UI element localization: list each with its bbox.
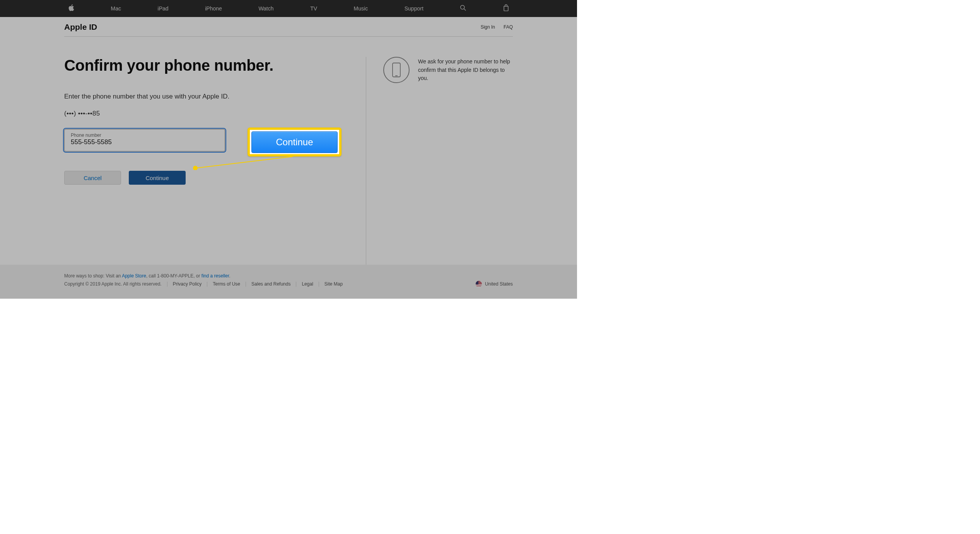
- nav-mac[interactable]: Mac: [111, 5, 121, 12]
- nav-watch[interactable]: Watch: [258, 5, 273, 12]
- footer-shop-line: More ways to shop: Visit an Apple Store,…: [64, 273, 513, 279]
- apple-logo-icon[interactable]: [68, 4, 74, 13]
- svg-point-0: [461, 5, 464, 9]
- svg-line-1: [464, 9, 466, 10]
- continue-button[interactable]: Continue: [129, 171, 186, 185]
- cancel-button[interactable]: Cancel: [64, 171, 121, 185]
- subheader: Apple ID Sign In FAQ: [64, 17, 513, 37]
- copyright-text: Copyright © 2019 Apple Inc. All rights r…: [64, 281, 162, 287]
- apple-store-link[interactable]: Apple Store: [122, 273, 146, 279]
- legal-link[interactable]: Legal: [302, 281, 313, 287]
- masked-phone-number: (•••) •••-••85: [64, 110, 350, 117]
- search-icon[interactable]: [460, 5, 466, 13]
- site-map-link[interactable]: Site Map: [324, 281, 343, 287]
- svg-rect-2: [393, 63, 400, 77]
- aside-info-text: We ask for your phone number to help con…: [418, 57, 511, 83]
- page-heading: Confirm your phone number.: [64, 57, 350, 74]
- global-nav: Mac iPad iPhone Watch TV Music Support: [0, 0, 577, 17]
- nav-iphone[interactable]: iPhone: [205, 5, 222, 12]
- privacy-policy-link[interactable]: Privacy Policy: [173, 281, 202, 287]
- callout-highlight: Continue: [248, 128, 341, 156]
- terms-of-use-link[interactable]: Terms of Use: [213, 281, 240, 287]
- nav-support[interactable]: Support: [405, 5, 423, 12]
- sales-refunds-link[interactable]: Sales and Refunds: [251, 281, 290, 287]
- faq-link[interactable]: FAQ: [504, 24, 513, 30]
- find-reseller-link[interactable]: find a reseller: [201, 273, 229, 279]
- nav-tv[interactable]: TV: [310, 5, 317, 12]
- phone-number-label: Phone number: [71, 133, 219, 138]
- nav-ipad[interactable]: iPad: [158, 5, 169, 12]
- phone-number-input-wrap[interactable]: Phone number: [64, 129, 225, 151]
- callout-continue-button: Continue: [251, 131, 338, 153]
- nav-music[interactable]: Music: [354, 5, 368, 12]
- locale-selector[interactable]: United States: [476, 281, 513, 287]
- page-section-title: Apple ID: [64, 22, 97, 32]
- footer: More ways to shop: Visit an Apple Store,…: [0, 265, 577, 299]
- instruction-text: Enter the phone number that you use with…: [64, 93, 350, 100]
- sign-in-link[interactable]: Sign In: [481, 24, 495, 30]
- us-flag-icon: [476, 281, 482, 287]
- phone-icon: [383, 57, 410, 83]
- phone-number-input[interactable]: [71, 138, 219, 146]
- bag-icon[interactable]: [503, 4, 509, 13]
